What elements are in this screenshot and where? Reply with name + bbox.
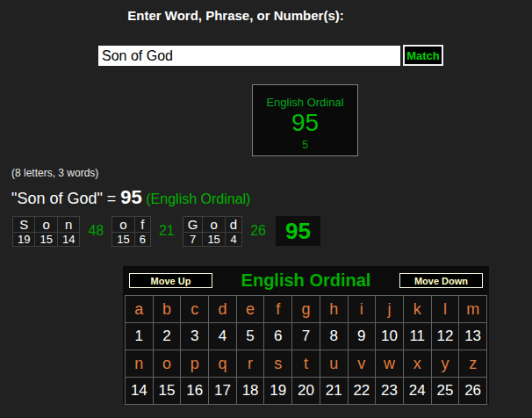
cipher-value-cell: 9 — [348, 323, 376, 350]
breakdown-letter-value: 15 — [112, 232, 134, 246]
equation-value: 95 — [120, 186, 141, 208]
cipher-letter-cell: o — [153, 350, 181, 378]
word-sum: 48 — [80, 216, 111, 246]
cipher-value-cell: 6 — [264, 323, 292, 350]
cipher-value-cell: 4 — [209, 323, 237, 350]
cipher-letter-cell: u — [320, 350, 348, 378]
cipher-letter-cell: f — [264, 296, 292, 323]
cipher-value-cell: 1 — [126, 323, 154, 350]
cipher-chart-panel: Move Up English Ordinal Move Down abcdef… — [123, 266, 489, 404]
cipher-letter-cell: a — [126, 296, 154, 323]
cipher-letter-cell: j — [376, 296, 404, 323]
cipher-value-cell: 14 — [126, 378, 154, 405]
cipher-value-cell: 16 — [181, 378, 209, 405]
cipher-letter-cell: c — [181, 296, 209, 323]
cipher-letter-cell: v — [348, 350, 376, 378]
breakdown-letter: o — [203, 216, 225, 232]
cipher-value-cell: 24 — [403, 378, 431, 405]
cipher-value-cell: 21 — [320, 378, 348, 405]
result-equation: "Son of God" = 95 (English Ordinal) — [11, 186, 250, 209]
cipher-value-cell: 3 — [181, 323, 209, 350]
cipher-letter-cell: k — [403, 296, 431, 323]
cipher-letter-cell: z — [459, 350, 487, 378]
cipher-value-cell: 19 — [264, 378, 292, 405]
breakdown-letter-value: 19 — [13, 232, 35, 246]
breakdown-letter: G — [183, 216, 203, 232]
cipher-letter-cell: h — [320, 296, 348, 323]
cipher-letter-cell: n — [126, 350, 154, 378]
cipher-value-cell: 11 — [403, 323, 431, 350]
word-sum: 26 — [242, 216, 274, 246]
cipher-value-cell: 22 — [348, 378, 376, 405]
search-input[interactable] — [98, 46, 400, 66]
breakdown-letter: d — [225, 216, 241, 232]
cipher-value-cell: 20 — [292, 378, 320, 405]
cipher-value-cell: 18 — [236, 378, 264, 405]
letter-group: Son191514 — [12, 216, 80, 247]
breakdown-letter-value: 15 — [35, 232, 57, 246]
letter-breakdown: Son19151448of15621God71542695 — [12, 216, 320, 246]
breakdown-letter: S — [13, 216, 35, 232]
breakdown-letter: o — [35, 216, 57, 232]
cipher-result-box[interactable]: English Ordinal 95 5 — [252, 84, 358, 156]
cipher-letter-cell: w — [376, 350, 404, 378]
cipher-value-cell: 26 — [459, 378, 487, 405]
breakdown-letter-value: 15 — [203, 232, 225, 246]
equation-equals: = — [103, 190, 121, 207]
breakdown-letter: f — [134, 216, 150, 232]
cipher-value-cell: 2 — [153, 323, 181, 350]
breakdown-letter-value: 7 — [183, 232, 203, 246]
breakdown-letter-value: 14 — [57, 232, 79, 246]
cipher-value-cell: 25 — [431, 378, 459, 405]
page-title: Enter Word, Phrase, or Number(s): — [0, 8, 471, 23]
cipher-letter-cell: b — [153, 296, 181, 323]
cipher-reduced-value: 5 — [253, 139, 357, 151]
cipher-value-cell: 10 — [376, 323, 404, 350]
cipher-letter-cell: d — [209, 296, 237, 323]
cipher-letter-cell: e — [236, 296, 264, 323]
cipher-letter-cell: q — [209, 350, 237, 378]
cipher-value: 95 — [253, 110, 357, 137]
cipher-value-cell: 17 — [209, 378, 237, 405]
breakdown-letter-value: 6 — [134, 232, 150, 246]
cipher-value-cell: 23 — [376, 378, 404, 405]
move-down-button[interactable]: Move Down — [399, 273, 483, 288]
equation-phrase: "Son of God" — [11, 190, 103, 207]
letter-group: God7154 — [183, 216, 242, 247]
breakdown-letter: n — [57, 216, 79, 232]
cipher-letter-cell: p — [181, 350, 209, 378]
cipher-letter-cell: x — [403, 350, 431, 378]
breakdown-total: 95 — [276, 216, 320, 246]
equation-cipher-label: (English Ordinal) — [142, 191, 251, 206]
breakdown-letter: o — [112, 216, 134, 232]
cipher-chart-header: Move Up English Ordinal Move Down — [123, 266, 489, 295]
cipher-letter-cell: s — [264, 350, 292, 378]
breakdown-letter-value: 4 — [225, 232, 241, 246]
cipher-table: abcdefghijklm12345678910111213nopqrstuvw… — [125, 295, 487, 405]
cipher-name: English Ordinal — [253, 96, 357, 109]
letter-group: of156 — [111, 216, 151, 247]
cipher-value-cell: 5 — [236, 323, 264, 350]
cipher-letter-cell: g — [292, 296, 320, 323]
cipher-value-cell: 7 — [292, 323, 320, 350]
cipher-letter-cell: y — [431, 350, 459, 378]
cipher-letter-cell: l — [431, 296, 459, 323]
cipher-letter-cell: t — [292, 350, 320, 378]
cipher-letter-cell: i — [348, 296, 376, 323]
letters-words-count: (8 letters, 3 words) — [11, 167, 98, 179]
cipher-value-cell: 15 — [153, 378, 181, 405]
cipher-value-cell: 13 — [459, 323, 487, 350]
move-up-button[interactable]: Move Up — [129, 273, 212, 288]
word-sum: 21 — [151, 216, 183, 246]
cipher-letter-cell: m — [459, 296, 487, 323]
cipher-value-cell: 8 — [320, 323, 348, 350]
cipher-value-cell: 12 — [431, 323, 459, 350]
match-button[interactable]: Match — [403, 45, 443, 66]
cipher-letter-cell: r — [236, 350, 264, 378]
